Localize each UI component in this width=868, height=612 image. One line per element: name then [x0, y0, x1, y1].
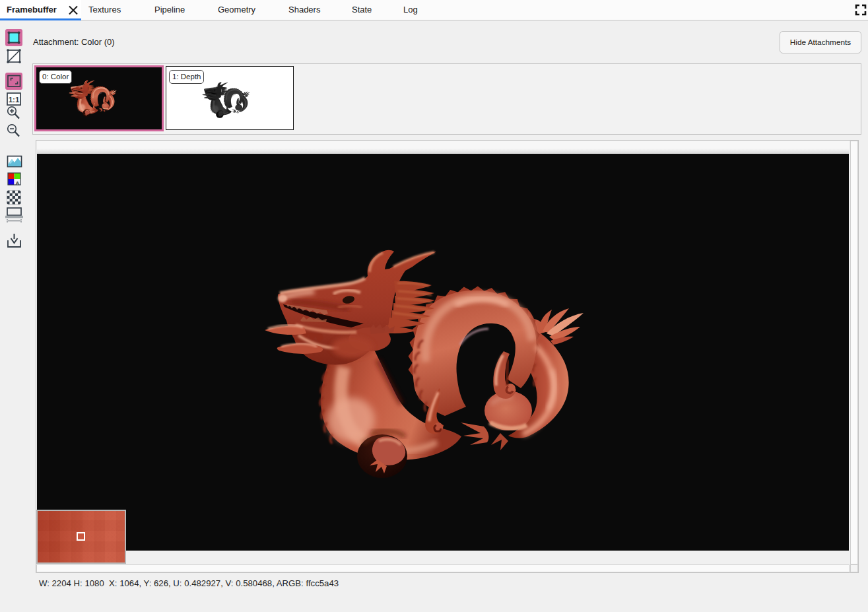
svg-text:1:1: 1:1	[9, 96, 20, 104]
